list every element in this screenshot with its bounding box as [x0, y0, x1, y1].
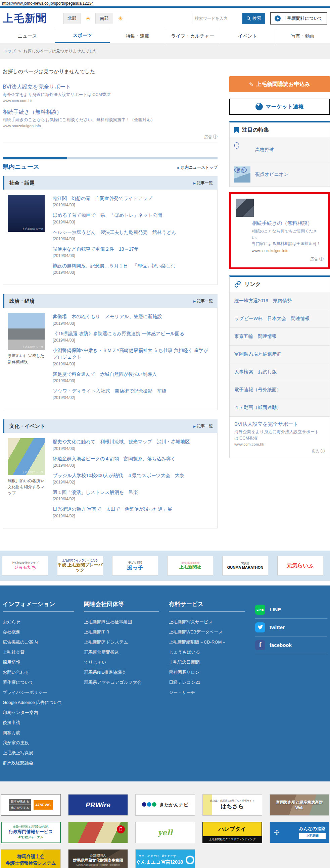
banner-bengoshi[interactable]: 群馬弁護士会 弁護士情報検索システム	[1, 849, 61, 868]
footer-link[interactable]: 会社概要	[3, 627, 84, 637]
ad-info-icon[interactable]: ⓘ	[319, 256, 324, 261]
footer-link[interactable]: プライバシーポリシー	[3, 687, 84, 698]
banner-maibun[interactable]: 公益財団法人 群馬県埋蔵文化財調査事業団 Gunma Archaeologica…	[68, 849, 128, 868]
text-ad[interactable]: BVI法人設立を完全サポート 海外企業をより身近に海外法人設立サポートは'CCM…	[3, 84, 217, 103]
partner-banner[interactable]: 上毛新聞愛読者クラブ ジョモだち	[2, 556, 48, 576]
ad-title-link[interactable]: 相続手続き（無料相談）	[3, 109, 217, 116]
footer-link[interactable]: 同窓万歳	[3, 728, 84, 738]
footer-link[interactable]: 我が家の主役	[3, 738, 84, 748]
partner-banner[interactable]: 子ども新聞 風っ子	[112, 556, 158, 576]
banner-gourmet[interactable]: 日	[68, 822, 128, 843]
footer-link[interactable]: 群馬政経懇話会	[3, 758, 84, 768]
ad-info-icon[interactable]: ⓘ	[321, 448, 325, 454]
news-headline-link[interactable]: ほめる子育て動画で 県、「ほめトレ」ネット公開	[53, 212, 212, 218]
footer-link[interactable]: ジー・サーチ	[169, 687, 255, 698]
nav-tab[interactable]: イベント	[220, 29, 275, 43]
nav-tab[interactable]: 写真・動画	[275, 29, 330, 43]
news-headline-link[interactable]: 《'19県議選 攻防》参院選にらみ野党連携 一体感アピール図る	[53, 330, 212, 337]
sidebar-text-ad[interactable]: BVI法人設立を完全サポート 海外企業をより身近に海外法人設立サポートは'CCM…	[230, 416, 330, 458]
footer-link[interactable]: 群馬連合新聞折込	[84, 647, 169, 657]
banner-yell[interactable]: yell	[135, 822, 195, 843]
news-headline-link[interactable]: 施設の無料開放、記念展…５月１日 「即位」祝い楽しむ	[53, 262, 212, 269]
section-thumbnail[interactable]: 上毛新聞ニュース	[8, 313, 44, 350]
footer-link[interactable]: でりじぇい	[84, 657, 169, 668]
sidebar-link[interactable]: ラグビーW杯 日本大会 関連情報	[230, 310, 330, 328]
footer-link[interactable]: 広告掲載のご案内	[3, 637, 84, 647]
banner-tomioka-silk[interactable]: 富岡製糸場と絹産業遺産群Web	[270, 794, 329, 816]
ad-info-icon[interactable]: ⓘ	[213, 134, 217, 139]
nav-tab[interactable]: ニュース	[0, 29, 55, 43]
footer-link[interactable]: 上毛新聞写真サービス	[169, 617, 255, 627]
ad-title-link[interactable]: 相続手続きの（無料相談）	[252, 220, 324, 226]
footer-link[interactable]: 上毛新聞アドシステム	[84, 637, 169, 647]
article-list-link[interactable]: ▶記事一覧	[193, 298, 213, 304]
banner-prwire[interactable]: PRWire	[68, 794, 128, 816]
sidebar-link[interactable]: 統一地方選2019 県内情勢	[230, 292, 330, 310]
featured-item[interactable]: 高校野球	[230, 137, 330, 162]
highlighted-ad-box[interactable]: 相続手続きの（無料相談） 相続のことなら何でもご質問ください。 専門家による無料…	[229, 192, 330, 269]
news-headline-link[interactable]: 日光街道の魅力 写真で 太田で「例幣使が帰った道」展	[53, 506, 212, 513]
site-logo[interactable]: 上毛新聞	[3, 11, 47, 26]
banner-hachisara[interactable]: 北信越・北関東の8県グルメ情報サイト はちさら	[203, 794, 262, 816]
footer-link[interactable]: 後援申請	[3, 718, 84, 728]
footer-link[interactable]: 上毛記念日新聞	[169, 657, 255, 668]
featured-item[interactable]: 視 点 視点オピニオン	[230, 162, 330, 187]
nav-tab[interactable]: 特集・連載	[110, 29, 165, 43]
footer-link[interactable]: じょうもばいる	[169, 647, 255, 657]
about-company-button[interactable]: 上毛新聞社について	[270, 12, 327, 25]
text-ad[interactable]: 相続手続き（無料相談） 相続手続きのことならお気軽にご相談ください。無料相談実施…	[3, 109, 217, 128]
footer-link[interactable]: 採用情報	[3, 657, 84, 668]
nav-tab[interactable]: スポーツ	[55, 29, 110, 43]
sidebar-link[interactable]: ４７動画（紙面連動）	[230, 399, 330, 416]
social-link[interactable]: twitter	[255, 619, 327, 637]
news-headline-link[interactable]: 絹遺産群入場者ピークの４割弱 富岡製糸、落ち込み響く	[53, 455, 212, 462]
footer-link[interactable]: 上毛新聞WEBデータベース	[169, 627, 255, 637]
footer-link[interactable]: お問い合わせ	[3, 668, 84, 677]
kennai-top-link[interactable]: ▶県内ニューストップ	[177, 165, 217, 170]
sidebar-link[interactable]: 電子速報（号外紙面）	[230, 381, 330, 399]
news-headline-link[interactable]: ブラジル人学校10校300人が熱戦 ４県でスポーツ大会 大泉	[53, 472, 212, 479]
partner-banner[interactable]: jomo publishing 上毛新聞社	[167, 556, 213, 576]
footer-link[interactable]: 群馬県アマチュアゴルフ大会	[84, 677, 169, 687]
footer-link[interactable]: 上毛紙上写真展	[3, 748, 84, 758]
partner-banner[interactable]: 上毛新聞ライブラリーで見る 平成 上毛新聞プレーバック	[57, 556, 103, 576]
footer-link[interactable]: 日経テレコン21	[169, 677, 255, 687]
news-headline-link[interactable]: ヘルシー無塩うどん 製法工夫した乾麺発売 館林うどん	[53, 229, 212, 236]
banner-gyosei-journal[interactable]: ― 全国の新聞社と共同通信が提供 ― 行政専門情報サービス 47行政ジャーナル	[1, 822, 61, 843]
article-list-link[interactable]: ▶記事一覧	[193, 180, 213, 186]
banner-kitakan-navi[interactable]: きたかんナビ	[135, 794, 195, 816]
news-headline-link[interactable]: 臨江閣 幻想の青 自閉症啓発でライトアップ	[53, 195, 212, 202]
breadcrumb-home-link[interactable]: トップ	[3, 48, 16, 54]
banner-47news[interactable]: 日本が見える 地方が見える 47NEWS	[1, 794, 61, 816]
footer-link[interactable]: 印刷センター案内	[3, 708, 84, 718]
ad-title-link[interactable]: BVI法人設立を完全サポート	[234, 421, 325, 428]
news-headline-link[interactable]: 満足度で料金選んで 赤城自然園が後払い制導入	[53, 371, 212, 377]
partner-banner[interactable]: 写真館 GUNMA MARATHON	[222, 556, 268, 576]
sidebar-link[interactable]: 富岡製糸場と絹遺産群	[230, 345, 330, 363]
search-button[interactable]: 検索	[242, 13, 265, 24]
footer-link[interactable]: 著作権について	[3, 677, 84, 687]
banner-shinro[interactable]: ✣ みんなの進路 上毛新聞	[270, 822, 329, 843]
social-link[interactable]: LINE LINE	[255, 601, 327, 619]
footer-link[interactable]: 群馬県NIE推進協議会	[84, 668, 169, 677]
news-headline-link[interactable]: 誤使用など自転車で重傷２件 13～17年	[53, 246, 212, 252]
sidebar-link[interactable]: 人事検索 お試し版	[230, 363, 330, 381]
news-headline-link[interactable]: 小淵警備保障×中敷き・ＢＭＺ×高崎健康福祉大 立ち仕事 負担軽く 産学がプロジェ…	[53, 347, 212, 361]
subscribe-button[interactable]: ✎ 上毛新聞購読お申込み	[229, 76, 330, 92]
ad-title-link[interactable]: BVI法人設立を完全サポート	[3, 84, 217, 91]
browser-url[interactable]: https://www.jomo-news.co.jp/sports/pegas…	[0, 0, 330, 6]
sidebar-link[interactable]: 東京五輪 関連情報	[230, 328, 330, 345]
footer-link[interactable]: 上毛新聞厚生福祉事業団	[84, 617, 169, 627]
footer-link[interactable]: 上毛新聞縮刷版－CD-ROM－	[169, 637, 255, 647]
market-report-button[interactable]: マーケット速報	[229, 99, 330, 115]
footer-link[interactable]: お知らせ	[3, 617, 84, 627]
footer-link[interactable]: 雷神囲碁サロン	[169, 668, 255, 677]
nav-tab[interactable]: ライフ・カルチャー	[165, 29, 220, 43]
social-link[interactable]: f facebook	[255, 637, 327, 654]
news-headline-link[interactable]: 歴史や文化に触れて 利根川流域、観光マップ 渋川・赤城地区	[53, 438, 212, 445]
news-headline-link[interactable]: 週１回「涙活」しストレス解消を 邑楽	[53, 489, 212, 496]
section-thumbnail[interactable]: 上毛新聞ニュース	[8, 438, 44, 475]
footer-link[interactable]: Google Adsence 広告について	[3, 698, 84, 708]
banner-harebutai[interactable]: ハレブタイ 上毛新聞社のクラウドファンディング	[203, 822, 262, 843]
search-input[interactable]	[192, 13, 242, 24]
